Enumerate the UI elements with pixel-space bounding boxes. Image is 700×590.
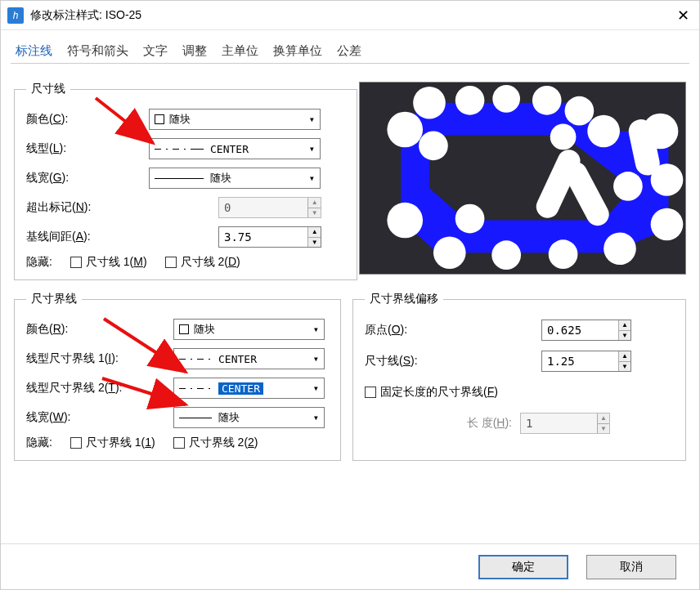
spin-up-icon[interactable]: ▲ (308, 227, 321, 238)
svg-point-0 (387, 112, 423, 148)
chevron-down-icon: ▾ (313, 412, 319, 423)
extline-group: 尺寸界线 颜色(R): 随块 ▾ 线型尺寸界线 1(I): CENTER ▾ (14, 292, 341, 461)
svg-point-13 (433, 236, 466, 269)
tab-text[interactable]: 文字 (141, 40, 169, 62)
spin-down-icon[interactable]: ▼ (619, 331, 630, 341)
dimline-color-label: 颜色(C): (26, 112, 149, 127)
dimline-extend-label: 超出标记(N): (26, 200, 218, 215)
chevron-down-icon: ▾ (313, 353, 319, 364)
svg-point-5 (565, 96, 595, 126)
extline-color-combo[interactable]: 随块 ▾ (173, 319, 325, 340)
svg-point-18 (455, 204, 485, 234)
chevron-down-icon: ▾ (313, 324, 319, 335)
close-button[interactable]: ✕ (677, 7, 689, 25)
tab-alt[interactable]: 换算单位 (271, 40, 324, 62)
cancel-button[interactable]: 取消 (586, 555, 676, 579)
svg-point-9 (651, 208, 684, 241)
extline-hide1-checkbox[interactable]: 尺寸界线 1(1) (70, 436, 155, 450)
svg-point-6 (587, 115, 620, 148)
dimline-baseline-label: 基线间距(A): (26, 230, 218, 244)
dimline-lineweight-label: 线宽(G): (26, 171, 149, 185)
offset-group: 尺寸界线偏移 原点(O): ▲▼ 尺寸线(S): ▲▼ (352, 292, 686, 461)
tab-primary[interactable]: 主单位 (220, 40, 260, 62)
svg-point-11 (549, 239, 578, 269)
dimline-linetype-label: 线型(L): (26, 141, 149, 156)
offset-origin-label: 原点(O): (365, 323, 496, 337)
dimline-extend-spinner: ▲▼ (218, 197, 321, 218)
svg-point-16 (550, 124, 577, 150)
chevron-down-icon: ▾ (309, 114, 315, 125)
svg-point-4 (532, 86, 562, 115)
offset-legend: 尺寸界线偏移 (365, 292, 443, 306)
dimension-preview (359, 82, 686, 275)
extline-lt1-combo[interactable]: CENTER ▾ (173, 348, 325, 369)
svg-point-10 (604, 232, 636, 265)
dimline-hide1-checkbox[interactable]: 尺寸线 1(M) (70, 255, 147, 270)
dimline-legend: 尺寸线 (26, 82, 70, 96)
app-icon: h (7, 7, 24, 24)
dimline-lineweight-combo[interactable]: 随块 ▾ (149, 168, 321, 189)
extline-lt2-label: 线型尺寸界线 2(T): (26, 381, 173, 396)
tab-arrows[interactable]: 符号和箭头 (65, 40, 130, 62)
svg-point-17 (613, 172, 643, 201)
extline-hide-label: 隐藏: (26, 436, 52, 450)
window-title: 修改标注样式: ISO-25 (30, 8, 141, 23)
spin-up-icon: ▲ (308, 198, 321, 208)
tab-dimline[interactable]: 标注线 (14, 40, 54, 62)
spin-down-icon: ▼ (308, 208, 321, 218)
extline-color-label: 颜色(R): (26, 322, 173, 337)
spin-up-icon[interactable]: ▲ (619, 320, 630, 331)
svg-point-3 (492, 85, 520, 113)
tab-tol[interactable]: 公差 (335, 40, 363, 62)
dimline-baseline-spinner[interactable]: ▲▼ (218, 226, 321, 248)
svg-point-14 (387, 203, 423, 239)
svg-point-15 (419, 131, 448, 160)
dimline-hide2-checkbox[interactable]: 尺寸线 2(D) (165, 255, 240, 270)
svg-rect-20 (561, 159, 613, 230)
offset-origin-spinner[interactable]: ▲▼ (541, 320, 631, 341)
dimline-linetype-combo[interactable]: CENTER ▾ (149, 138, 321, 159)
dimline-baseline-input[interactable] (219, 227, 307, 247)
extline-hide2-checkbox[interactable]: 尺寸界线 2(2) (173, 436, 258, 450)
spin-up-icon: ▲ (598, 413, 609, 424)
spin-up-icon[interactable]: ▲ (619, 351, 630, 362)
offset-len-spinner: ▲▼ (520, 413, 610, 434)
titlebar: h 修改标注样式: ISO-25 ✕ (1, 1, 699, 30)
chevron-down-icon: ▾ (313, 382, 319, 394)
extline-lw-combo[interactable]: 随块 ▾ (173, 407, 325, 428)
extline-legend: 尺寸界线 (26, 292, 82, 306)
svg-point-12 (491, 240, 521, 270)
tab-fit[interactable]: 调整 (181, 40, 209, 62)
chevron-down-icon: ▾ (309, 172, 315, 184)
offset-origin-input[interactable] (542, 320, 618, 340)
extline-lt1-label: 线型尺寸界线 1(I): (26, 351, 173, 366)
svg-point-1 (413, 87, 446, 119)
offset-len-input (521, 413, 597, 433)
spin-down-icon: ▼ (598, 424, 609, 434)
extline-lw-label: 线宽(W): (26, 410, 173, 425)
offset-fixed-checkbox[interactable]: 固定长度的尺寸界线(F) (365, 385, 498, 400)
ok-button[interactable]: 确定 (478, 555, 568, 579)
dimline-hide-label: 隐藏: (26, 255, 52, 270)
svg-point-2 (455, 86, 485, 115)
dimline-color-combo[interactable]: 随块 ▾ (149, 109, 321, 130)
dimline-extend-input (219, 198, 307, 217)
chevron-down-icon: ▾ (309, 143, 315, 154)
offset-dim-input[interactable] (542, 351, 618, 371)
spin-down-icon[interactable]: ▼ (308, 238, 321, 248)
dimline-group: 尺寸线 颜色(C): 随块 ▾ 线型(L): CENTER ▾ (14, 82, 357, 280)
extline-lt2-combo[interactable]: CENTER ▾ (173, 378, 325, 399)
offset-len-label: 长 度(H): (365, 416, 520, 431)
offset-dim-label: 尺寸线(S): (365, 354, 496, 369)
spin-down-icon[interactable]: ▼ (619, 362, 630, 372)
offset-dim-spinner[interactable]: ▲▼ (541, 351, 631, 372)
